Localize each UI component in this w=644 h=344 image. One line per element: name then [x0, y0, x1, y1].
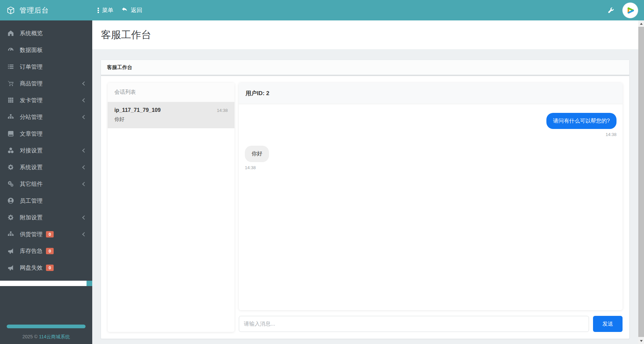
sidebar-item-7[interactable]: 对接设置 — [0, 142, 92, 159]
conversation-list: ip_117_71_79_10914:38你好 — [108, 102, 234, 128]
scroll-down-arrow[interactable] — [638, 338, 644, 344]
bullhorn-icon — [7, 248, 14, 254]
back-arrow-icon — [121, 6, 128, 14]
chat-footer: 发送 — [239, 316, 623, 332]
sidebar-item-label: 其它组件 — [20, 180, 43, 188]
conversation-time: 14:38 — [217, 108, 228, 113]
sidebar-scroll-strip — [0, 281, 92, 286]
home-icon — [7, 30, 14, 37]
sidebar-item-5[interactable]: 分站管理 — [0, 109, 92, 125]
cube-logo-icon — [6, 6, 15, 15]
scroll-up-arrow[interactable] — [638, 20, 644, 27]
topbar: 管理后台 菜单 返回 — [0, 0, 644, 20]
sidebar-item-label: 系统概览 — [20, 29, 43, 37]
user-icon — [7, 197, 14, 204]
sidebar-item-9[interactable]: 其它组件 — [0, 176, 92, 192]
sidebar-item-label: 订单管理 — [20, 63, 43, 71]
message-time: 14:38 — [245, 132, 616, 137]
chevron-left-icon — [82, 216, 86, 219]
sidebar-bottom: 2025 © 114云商城系统 — [0, 325, 92, 344]
cart-icon — [7, 80, 14, 87]
copyright: 2025 © 114云商城系统 — [0, 334, 92, 340]
sidebar-item-1[interactable]: 数据面板 — [0, 42, 92, 58]
sidebar-item-0[interactable]: 系统概览 — [0, 25, 92, 42]
message-input[interactable] — [239, 316, 589, 332]
conversation-preview: 你好 — [114, 116, 228, 123]
sidebar-item-12[interactable]: 供货管理0 — [0, 226, 92, 243]
sidebar-item-6[interactable]: 文章管理 — [0, 125, 92, 142]
sidebar-item-11[interactable]: 附加设置 — [0, 209, 92, 226]
sidebar-item-label: 供货管理 — [20, 230, 43, 238]
sidebar-item-label: 数据面板 — [20, 46, 43, 54]
sidebar-item-label: 附加设置 — [20, 214, 43, 221]
sitemap-icon — [7, 114, 14, 120]
cubes-icon — [7, 147, 14, 154]
sidebar-item-label: 库存告急 — [20, 247, 43, 255]
sidebar-item-label: 商品管理 — [20, 80, 43, 87]
avatar[interactable] — [623, 3, 638, 18]
conversation-item[interactable]: ip_117_71_79_10914:38你好 — [108, 102, 234, 128]
message-bubble: 你好 — [245, 146, 269, 162]
count-badge: 0 — [46, 265, 54, 271]
message-area: 请问有什么可以帮您的?14:38你好14:38 — [239, 104, 623, 310]
cogs-icon — [7, 181, 14, 187]
conversation-list-title: 会话列表 — [108, 83, 234, 102]
content: 客服工作台 客服工作台 会话列表 ip_117_71_79_10914:38你好 — [92, 20, 638, 344]
chevron-left-icon — [82, 82, 86, 85]
wrench-icon[interactable] — [607, 7, 614, 14]
send-button[interactable]: 发送 — [593, 316, 623, 332]
chat-message-left: 你好14:38 — [245, 146, 616, 170]
sidebar-item-label: 网盘失效 — [20, 264, 43, 272]
copyright-link[interactable]: 114云商城系统 — [39, 334, 70, 339]
gauge-icon — [7, 47, 14, 53]
scrollbar-thumb[interactable] — [638, 27, 644, 337]
sitemap-icon — [7, 231, 14, 237]
back-button[interactable]: 返回 — [121, 6, 142, 14]
gear-icon — [7, 164, 14, 170]
sidebar-item-label: 发卡管理 — [20, 96, 43, 104]
menu-toggle-button[interactable]: 菜单 — [98, 6, 113, 14]
chevron-left-icon — [82, 115, 86, 119]
sidebar-item-label: 员工管理 — [20, 197, 43, 205]
count-badge: 0 — [46, 248, 54, 254]
chevron-left-icon — [82, 182, 86, 186]
chevron-left-icon — [82, 165, 86, 169]
conversation-list-card: 会话列表 ip_117_71_79_10914:38你好 — [108, 83, 234, 332]
sidebar-item-2[interactable]: 订单管理 — [0, 58, 92, 75]
sidebar-scroll-corner — [87, 281, 92, 286]
sidebar-item-8[interactable]: 系统设置 — [0, 159, 92, 176]
workbench-panel: 客服工作台 会话列表 ip_117_71_79_10914:38你好 用户ID:… — [101, 60, 630, 339]
chat-column: 用户ID: 2 请问有什么可以帮您的?14:38你好14:38 发送 — [239, 83, 623, 332]
message-bubble: 请问有什么可以帮您的? — [546, 113, 616, 129]
scrollbar — [638, 20, 644, 344]
sidebar-item-label: 分站管理 — [20, 113, 43, 121]
gear-icon — [7, 214, 14, 221]
chevron-left-icon — [82, 149, 86, 152]
sidebar-item-10[interactable]: 员工管理 — [0, 192, 92, 209]
panel-body: 会话列表 ip_117_71_79_10914:38你好 用户ID: 2 请问有… — [101, 76, 629, 339]
conversation-name: ip_117_71_79_109 — [114, 107, 161, 113]
topbar-right — [607, 3, 644, 18]
list-icon — [7, 63, 14, 70]
chat-message-right: 请问有什么可以帮您的?14:38 — [245, 113, 616, 137]
panel-header: 客服工作台 — [101, 60, 629, 76]
main-column: 管理后台 菜单 返回 — [0, 0, 644, 344]
body-row: 系统概览数据面板订单管理商品管理发卡管理分站管理文章管理对接设置系统设置其它组件… — [0, 20, 644, 344]
brand-title: 管理后台 — [19, 6, 49, 15]
sidebar-item-13[interactable]: 库存告急0 — [0, 243, 92, 259]
sidebar-progress-bar — [7, 325, 86, 328]
sidebar: 系统概览数据面板订单管理商品管理发卡管理分站管理文章管理对接设置系统设置其它组件… — [0, 20, 92, 344]
title-band: 客服工作台 — [92, 20, 638, 49]
count-badge: 0 — [46, 231, 54, 237]
chat-header: 用户ID: 2 — [239, 83, 623, 104]
sidebar-item-3[interactable]: 商品管理 — [0, 75, 92, 92]
chat-card: 用户ID: 2 请问有什么可以帮您的?14:38你好14:38 — [239, 83, 623, 310]
brand: 管理后台 — [0, 6, 92, 15]
chat-layout: 会话列表 ip_117_71_79_10914:38你好 用户ID: 2 请问有… — [108, 83, 623, 332]
app-root: 管理后台 菜单 返回 — [0, 0, 644, 344]
bullhorn-icon — [7, 264, 14, 271]
sidebar-item-4[interactable]: 发卡管理 — [0, 92, 92, 109]
sidebar-item-14[interactable]: 网盘失效0 — [0, 259, 92, 276]
chevron-left-icon — [82, 232, 86, 236]
sidebar-item-label: 文章管理 — [20, 130, 43, 138]
